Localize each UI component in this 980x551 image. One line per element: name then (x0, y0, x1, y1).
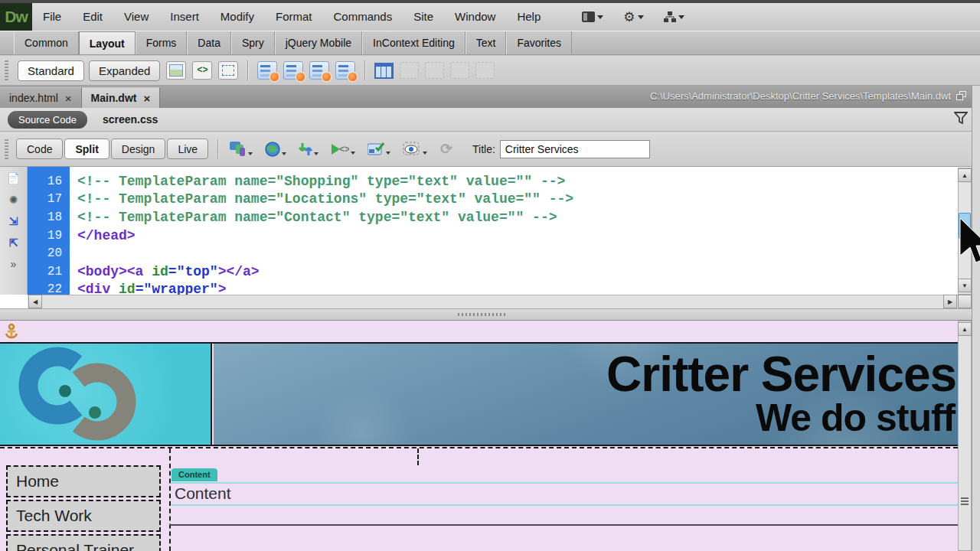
related-file[interactable]: screen.css (103, 113, 158, 126)
insert-tab[interactable]: jQuery Mobile (275, 31, 362, 54)
fluid-grid-layout-icon[interactable]: <> (192, 61, 212, 80)
view-mode-button[interactable]: Design (111, 139, 166, 159)
document-tab[interactable]: Main.dwt × (82, 87, 161, 108)
code-view[interactable]: 📄 ✺ ⇲ ⇱ » 16<!-- TemplateParam name="Sho… (0, 167, 980, 308)
menu-item[interactable]: Help (506, 3, 551, 31)
extensions-menu[interactable]: ⚙ (623, 11, 643, 24)
code-text[interactable]: <!-- TemplateParam name="Locations" type… (70, 191, 573, 207)
visual-aids-button[interactable] (403, 142, 427, 156)
menu-item[interactable]: Modify (210, 3, 265, 31)
design-vertical-scrollbar[interactable] (958, 321, 972, 551)
divider-grip-icon (458, 313, 507, 316)
insert-tab[interactable]: Spry (231, 31, 275, 54)
scrollbar-grip-icon[interactable] (961, 497, 969, 505)
spry-accordion-icon[interactable] (309, 61, 329, 80)
inspect-button[interactable] (368, 142, 390, 156)
live-code-icon: <> (331, 142, 349, 156)
menu-item[interactable]: Format (265, 3, 323, 31)
design-view[interactable]: Critter Services We do stuff HomeTech Wo… (0, 321, 958, 551)
spry-collapsible-panel-icon[interactable] (335, 61, 355, 80)
region-boundary (417, 448, 419, 465)
view-mode-button[interactable]: Live (167, 139, 208, 159)
code-line: 20 (28, 244, 954, 262)
menu-item[interactable]: Edit (72, 3, 113, 31)
scrollbar-corner (958, 295, 972, 308)
title-label: Title: (472, 143, 495, 155)
named-anchor-icon[interactable] (5, 323, 18, 340)
related-files-bar: Source Code screen.css (0, 108, 980, 132)
insert-bar-layout: StandardExpanded <> (0, 56, 980, 86)
banner-region[interactable]: Critter Services We do stuff (0, 342, 958, 446)
nav-button[interactable]: Personal Trainer (6, 534, 161, 551)
code-text[interactable]: <body><a id="top"></a> (70, 264, 260, 279)
nav-button[interactable]: Tech Work (6, 500, 161, 532)
code-text[interactable]: <!-- TemplateParam name="Contact" type="… (70, 210, 557, 225)
scroll-down-button[interactable]: ▼ (958, 279, 972, 292)
insert-tab[interactable]: InContext Editing (362, 31, 466, 54)
menu-item[interactable]: View (113, 3, 159, 31)
scroll-up-button[interactable]: ▲ (958, 168, 972, 182)
editable-region-text[interactable]: Content (175, 484, 231, 503)
menu-item[interactable]: Commands (323, 3, 403, 31)
table-mode-button[interactable]: Expanded (89, 60, 161, 81)
menu-item[interactable]: Insert (159, 3, 210, 31)
menu-item[interactable]: File (32, 3, 72, 31)
file-management-button[interactable] (299, 142, 318, 157)
restore-window-icon[interactable] (956, 91, 966, 100)
drag-grip-icon[interactable] (5, 139, 8, 159)
view-mode-button[interactable]: Split (64, 139, 109, 159)
workspace-layout-icon (582, 11, 595, 22)
source-code-button[interactable]: Source Code (8, 111, 87, 129)
scroll-left-button[interactable]: ◀ (28, 295, 42, 308)
nav-sidebar: HomeTech WorkPersonal Trainer (6, 465, 161, 551)
line-number: 20 (28, 246, 70, 260)
scroll-up-button[interactable]: ▲ (958, 322, 972, 336)
code-line: 19</head> (28, 227, 954, 245)
document-tab-label: index.html (9, 92, 58, 104)
document-toolbar: CodeSplitDesignLive <> ⟳ Title: (0, 132, 980, 167)
code-text[interactable]: </head> (70, 228, 136, 243)
insert-div-tag-icon[interactable] (166, 61, 186, 80)
insert-tab[interactable]: Layout (79, 31, 136, 54)
toolbar-separator (217, 139, 218, 159)
view-mode-button[interactable]: Code (16, 139, 63, 159)
insert-tab[interactable]: Forms (136, 31, 188, 54)
multiscreen-preview-button[interactable] (230, 142, 253, 157)
filter-related-files-icon[interactable] (954, 112, 968, 125)
menu-item[interactable]: Window (444, 3, 506, 31)
code-horizontal-scrollbar[interactable] (28, 295, 958, 308)
coding-toolbar: 📄 ✺ ⇲ ⇱ » (0, 167, 28, 295)
spry-menu-bar-icon[interactable] (257, 61, 277, 80)
multiscreen-icon (230, 142, 247, 157)
workspace-switcher[interactable] (582, 11, 603, 22)
table-mode-button[interactable]: Standard (18, 60, 84, 81)
menu-item[interactable]: Site (403, 3, 444, 31)
preview-in-browser-button[interactable] (265, 142, 286, 157)
code-text[interactable]: <!-- TemplateParam name="Shopping" type=… (70, 174, 565, 189)
collapse-selection-icon[interactable]: ⇱ (9, 237, 18, 248)
document-tab[interactable]: index.html × (0, 87, 82, 108)
open-documents-icon[interactable]: 📄 (7, 173, 20, 184)
site-menu[interactable] (664, 11, 684, 23)
drag-grip-icon[interactable] (5, 60, 8, 80)
title-input[interactable] (500, 140, 650, 158)
editable-region-tab[interactable]: Content (172, 468, 217, 481)
line-number: 17 (28, 192, 70, 206)
insert-tab[interactable]: Common (14, 31, 79, 54)
nav-button[interactable]: Home (6, 465, 161, 497)
insert-table-icon[interactable] (374, 63, 394, 79)
scroll-right-button[interactable]: ▶ (943, 295, 957, 308)
draw-ap-div-icon[interactable] (218, 61, 238, 80)
expand-all-icon[interactable]: » (11, 259, 17, 269)
code-line: 17<!-- TemplateParam name="Locations" ty… (28, 191, 954, 209)
up-down-arrows-icon (299, 142, 312, 157)
code-line: 16<!-- TemplateParam name="Shopping" typ… (28, 172, 954, 191)
close-icon[interactable]: × (65, 93, 72, 104)
spry-tabbed-panels-icon[interactable] (283, 61, 303, 80)
insert-tab[interactable]: Data (187, 31, 231, 54)
insert-tab[interactable]: Favorites (506, 31, 572, 54)
close-icon[interactable]: × (143, 93, 150, 104)
insert-tab[interactable]: Text (466, 31, 507, 54)
collapse-full-tag-icon[interactable]: ⇲ (9, 216, 18, 227)
live-code-button[interactable]: <> (331, 142, 355, 156)
